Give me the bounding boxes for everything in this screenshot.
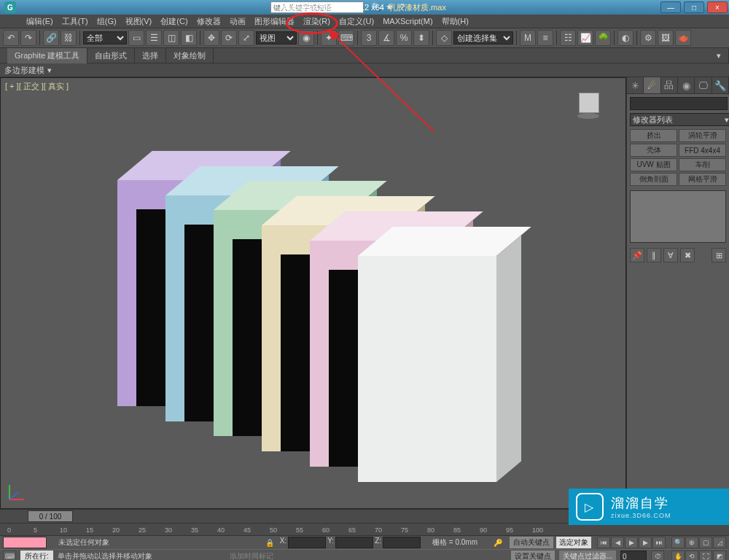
mod-btn-2[interactable]: 壳体 bbox=[630, 144, 677, 157]
ref-coord-sys[interactable]: 视图 bbox=[256, 31, 297, 44]
percent-snap-button[interactable]: % bbox=[396, 30, 412, 46]
cmd-tab-hierarchy[interactable]: 品 bbox=[661, 77, 678, 93]
named-sel-sets-button[interactable]: ◇ bbox=[436, 30, 452, 46]
spinner-snap-button[interactable]: ⬍ bbox=[413, 30, 429, 46]
next-frame-button[interactable]: ▶ bbox=[639, 537, 652, 548]
menu-tools[interactable]: 工具(T) bbox=[58, 15, 93, 28]
pin-stack-button[interactable]: 📌 bbox=[630, 248, 644, 262]
manipulate-button[interactable]: ✦ bbox=[321, 30, 337, 46]
cmd-tab-create[interactable]: ✳ bbox=[627, 77, 644, 93]
ribbon-collapse[interactable]: ▾ bbox=[709, 49, 729, 63]
show-end-result-button[interactable]: ∥ bbox=[647, 248, 661, 262]
play-button[interactable]: ▶ bbox=[625, 537, 638, 548]
time-config-button[interactable]: ⏱ bbox=[651, 551, 664, 560]
selection-filter[interactable]: 全部 bbox=[83, 31, 127, 44]
ribbon-panel[interactable]: 多边形建模▾ bbox=[0, 63, 729, 77]
menu-customize[interactable]: 自定义(U) bbox=[335, 15, 378, 28]
rotate-button[interactable]: ⟳ bbox=[221, 30, 237, 46]
remove-modifier-button[interactable]: ✖ bbox=[680, 248, 695, 262]
angle-snap-button[interactable]: ∡ bbox=[378, 30, 394, 46]
move-button[interactable]: ✥ bbox=[203, 30, 219, 46]
select-button[interactable]: ▭ bbox=[128, 30, 144, 46]
mirror-button[interactable]: M bbox=[520, 30, 536, 46]
goto-start-button[interactable]: ⏮ bbox=[597, 537, 610, 548]
cmd-tab-modify[interactable]: ☄ bbox=[644, 77, 660, 93]
menu-render[interactable]: 渲染(R) bbox=[299, 15, 335, 28]
menu-grapheditor[interactable]: 图形编辑器 bbox=[250, 15, 299, 28]
configure-modifier-sets-button[interactable]: ⊞ bbox=[712, 248, 726, 262]
minimize-button[interactable]: — bbox=[660, 1, 681, 13]
time-slider[interactable]: 0 / 100 bbox=[28, 510, 73, 522]
z-field[interactable] bbox=[383, 537, 421, 548]
fov-button[interactable]: ◿ bbox=[713, 537, 726, 548]
window-crossing-button[interactable]: ◧ bbox=[181, 30, 197, 46]
x-field[interactable] bbox=[288, 537, 326, 548]
orbit-button[interactable]: ⟲ bbox=[685, 551, 698, 560]
make-unique-button[interactable]: ∀ bbox=[663, 248, 678, 262]
schematic-view-button[interactable]: 🌳 bbox=[595, 30, 611, 46]
auto-key-button[interactable]: 自动关键点 bbox=[510, 537, 553, 548]
menu-group[interactable]: 组(G) bbox=[93, 15, 121, 28]
zoom-extents-button[interactable]: ▢ bbox=[699, 537, 712, 548]
keyboard-shortcut-button[interactable]: ⌨ bbox=[338, 30, 354, 46]
viewport-label[interactable]: [ + ][ 正交 ][ 真实 ] bbox=[5, 81, 69, 92]
close-button[interactable]: × bbox=[707, 1, 728, 13]
cmd-tab-display[interactable]: 🖵 bbox=[695, 77, 712, 93]
set-key-button[interactable]: 设置关键点 bbox=[511, 551, 555, 560]
key-icon[interactable]: 🔑 bbox=[494, 539, 502, 547]
modifier-list[interactable]: 修改器列表▾ bbox=[630, 113, 729, 126]
mod-btn-4[interactable]: UVW 贴图 bbox=[630, 158, 677, 171]
mod-btn-5[interactable]: 车削 bbox=[679, 158, 726, 171]
ribbon-tab-paint[interactable]: 对象绘制 bbox=[166, 48, 214, 63]
select-name-button[interactable]: ☰ bbox=[146, 30, 162, 46]
lock-icon[interactable]: 🔒 bbox=[265, 539, 274, 547]
track-bar-key[interactable] bbox=[3, 537, 47, 548]
goto-end-button[interactable]: ⏭ bbox=[652, 537, 666, 548]
zoom-button[interactable]: 🔍 bbox=[671, 537, 685, 548]
mod-btn-0[interactable]: 挤出 bbox=[630, 129, 677, 142]
ribbon-tab-graphite[interactable]: Graphite 建模工具 bbox=[7, 48, 87, 63]
mod-btn-3[interactable]: FFD 4x4x4 bbox=[679, 144, 726, 157]
sel-only-field[interactable]: 选定对象 bbox=[556, 537, 591, 548]
redo-button[interactable]: ↷ bbox=[20, 30, 36, 46]
cmd-tab-utilities[interactable]: 🔧 bbox=[712, 77, 729, 93]
prev-frame-button[interactable]: ◀ bbox=[611, 537, 624, 548]
mod-btn-7[interactable]: 网格平滑 bbox=[679, 173, 726, 186]
undo-button[interactable]: ↶ bbox=[3, 30, 19, 46]
material-editor-button[interactable]: ◐ bbox=[617, 30, 634, 46]
mod-btn-6[interactable]: 倒角剖面 bbox=[630, 173, 677, 186]
mod-btn-1[interactable]: 涡轮平滑 bbox=[679, 129, 726, 142]
mini-listener-button[interactable]: ⌨ bbox=[3, 551, 16, 560]
add-time-tag[interactable]: 添加时间标记 bbox=[230, 551, 273, 560]
pan-button[interactable]: ✋ bbox=[671, 551, 685, 560]
use-center-button[interactable]: ◉ bbox=[298, 30, 314, 46]
unlink-button[interactable]: ⛓ bbox=[61, 30, 77, 46]
app-icon[interactable]: G bbox=[4, 1, 16, 13]
sel-set-dropdown[interactable]: 创建选择集 bbox=[453, 31, 513, 44]
curve-editor-button[interactable]: 📈 bbox=[577, 30, 593, 46]
y-field[interactable] bbox=[335, 537, 373, 548]
link-button[interactable]: 🔗 bbox=[43, 30, 59, 46]
menu-create[interactable]: 创建(C) bbox=[156, 15, 192, 28]
ribbon-tab-select[interactable]: 选择 bbox=[135, 48, 166, 63]
menu-modifiers[interactable]: 修改器 bbox=[192, 15, 225, 28]
max-toggle-button[interactable]: ⛶ bbox=[699, 551, 712, 560]
select-region-button[interactable]: ◫ bbox=[163, 30, 179, 46]
maximize-button[interactable]: □ bbox=[684, 1, 704, 13]
align-button[interactable]: ≡ bbox=[537, 30, 553, 46]
render-production-button[interactable]: 🫖 bbox=[675, 30, 691, 46]
menu-edit[interactable]: 编辑(E) bbox=[22, 15, 58, 28]
other-nav-button[interactable]: ◩ bbox=[713, 551, 726, 560]
menu-maxscript[interactable]: MAXScript(M) bbox=[378, 15, 437, 27]
snap-toggle-3[interactable]: 3 bbox=[361, 30, 377, 46]
view-cube[interactable] bbox=[573, 88, 604, 119]
menu-animation[interactable]: 动画 bbox=[225, 15, 250, 28]
object-name-field[interactable] bbox=[630, 97, 728, 110]
modifier-stack[interactable] bbox=[630, 190, 726, 243]
ribbon-tab-freeform[interactable]: 自由形式 bbox=[87, 48, 135, 63]
render-setup-button[interactable]: ⚙ bbox=[640, 30, 656, 46]
rendered-frame-button[interactable]: 🖼 bbox=[658, 30, 674, 46]
viewport[interactable]: [ + ][ 正交 ][ 真实 ] bbox=[0, 77, 626, 509]
menu-help[interactable]: 帮助(H) bbox=[437, 15, 473, 28]
scale-button[interactable]: ⤢ bbox=[238, 30, 254, 46]
